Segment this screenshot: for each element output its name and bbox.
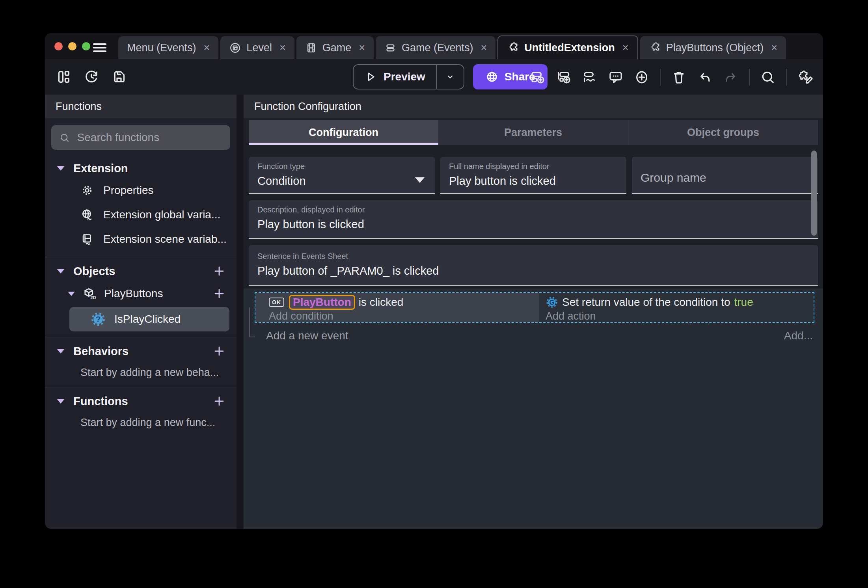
close-tab-icon[interactable]: × <box>359 42 365 54</box>
close-window-button[interactable] <box>54 42 63 50</box>
action-value: true <box>734 296 753 309</box>
tab-level[interactable]: Level × <box>220 36 294 59</box>
field-value: Play button of _PARAM0_ is clicked <box>257 264 809 277</box>
tab-label: Parameters <box>504 127 562 139</box>
sidebar-item-extension-scene-variables[interactable]: Extension scene variab... <box>45 227 237 251</box>
add-action-link[interactable]: Add action <box>546 310 814 322</box>
chevron-down-icon <box>57 166 65 171</box>
active-tab-underline <box>249 143 438 145</box>
full-name-field[interactable]: Full name displayed in editor Play butto… <box>440 157 626 194</box>
add-event-icon <box>530 69 546 85</box>
maximize-window-button[interactable] <box>82 42 90 50</box>
save-button[interactable] <box>111 69 127 85</box>
add-event-button[interactable] <box>530 69 546 85</box>
sidebar-item-label: Properties <box>103 184 154 197</box>
search-functions-box[interactable] <box>51 125 230 150</box>
globe-icon <box>485 70 499 84</box>
events-sheet: OK PlayButton is clicked Add condition <box>244 288 823 529</box>
tab-playbuttons-object[interactable]: PlayButtons (Object) × <box>640 36 786 59</box>
event-conditions-column: OK PlayButton is clicked Add condition <box>255 293 539 322</box>
behaviors-empty-hint: Start by adding a new beha... <box>45 361 237 384</box>
search-icon <box>760 69 776 85</box>
undo-icon <box>697 69 713 85</box>
add-behavior-icon[interactable] <box>213 345 225 357</box>
sidebar-title: Functions <box>45 95 237 118</box>
search-functions-input[interactable] <box>77 131 222 144</box>
preview-button[interactable]: Preview <box>353 64 464 89</box>
search-button[interactable] <box>760 69 776 85</box>
tab-label: Level <box>246 42 272 54</box>
svg-text:G: G <box>549 299 555 306</box>
tree-item-isplayclicked-selected[interactable]: ? IsPlayClicked <box>69 307 229 331</box>
close-tab-icon[interactable]: × <box>622 42 629 54</box>
section-extension[interactable]: Extension <box>45 158 237 178</box>
divider <box>45 337 237 337</box>
sidebar-item-properties[interactable]: Properties <box>45 178 237 203</box>
tab-untitled-extension[interactable]: UntitledExtension × <box>497 35 638 59</box>
tab-label: UntitledExtension <box>524 42 615 54</box>
open-project-manager-button[interactable] <box>56 69 72 85</box>
add-condition-link[interactable]: Add condition <box>269 310 539 322</box>
field-value: Play button is clicked <box>449 175 618 188</box>
tab-object-groups[interactable]: Object groups <box>628 120 818 145</box>
tab-label: Menu (Events) <box>127 42 196 54</box>
close-tab-icon[interactable]: × <box>279 42 286 54</box>
section-behaviors[interactable]: Behaviors <box>45 341 237 361</box>
button-object-icon: OK <box>269 298 284 307</box>
edit-extension-button[interactable] <box>797 69 814 86</box>
tab-configuration[interactable]: Configuration <box>249 120 438 145</box>
tab-label: Game <box>322 42 352 54</box>
history-button[interactable] <box>84 69 99 85</box>
close-tab-icon[interactable]: × <box>771 42 777 54</box>
add-comment-button[interactable] <box>608 69 624 85</box>
redo-button[interactable] <box>723 69 739 85</box>
save-icon <box>111 69 127 85</box>
add-more-link[interactable]: Add... <box>784 329 813 342</box>
scene-variable-icon <box>80 233 94 246</box>
layout-icon <box>56 69 72 85</box>
add-other-event-button[interactable] <box>582 69 598 85</box>
tab-parameters[interactable]: Parameters <box>438 120 628 145</box>
add-function-icon[interactable] <box>213 395 225 408</box>
group-name-field[interactable] <box>632 157 818 194</box>
function-type-select[interactable]: Function type Condition <box>249 157 435 194</box>
add-object-icon[interactable] <box>213 265 225 277</box>
sidebar-item-extension-global-variables[interactable]: Extension global varia... <box>45 203 237 227</box>
chevron-down-icon <box>57 399 65 404</box>
field-label: Function type <box>257 162 426 171</box>
tab-menu-events[interactable]: Menu (Events) × <box>118 36 218 59</box>
close-tab-icon[interactable]: × <box>481 42 487 54</box>
section-objects[interactable]: Objects <box>45 261 237 281</box>
vertical-scrollbar[interactable] <box>811 151 817 236</box>
description-field[interactable]: Description, displayed in editor Play bu… <box>249 200 818 239</box>
delete-button[interactable] <box>671 69 687 85</box>
add-new-event-link[interactable]: Add a new event <box>266 329 348 342</box>
preview-options-dropdown[interactable] <box>437 65 464 89</box>
tab-game[interactable]: Game × <box>296 36 374 59</box>
chevron-down-icon <box>444 71 456 83</box>
condition-object-chip[interactable]: PlayButton <box>289 295 355 310</box>
minimize-window-button[interactable] <box>68 42 76 50</box>
gear-icon <box>80 184 94 197</box>
condition-item[interactable]: OK PlayButton is clicked <box>269 294 539 310</box>
film-icon <box>305 42 317 54</box>
sentence-field[interactable]: Sentence in Events Sheet Play button of … <box>249 245 818 286</box>
condition-text: is clicked <box>359 296 404 309</box>
add-object-function-icon[interactable] <box>213 287 225 300</box>
redo-icon <box>723 69 739 85</box>
add-subevent-button[interactable] <box>556 69 572 85</box>
tab-label: Game (Events) <box>402 42 473 54</box>
add-other-event-icon <box>582 69 598 85</box>
tree-item-playbuttons[interactable]: 2D PlayButtons <box>45 281 237 306</box>
dropdown-caret-icon <box>415 177 425 183</box>
tab-game-events[interactable]: Game (Events) × <box>376 36 495 59</box>
main-menu-icon[interactable] <box>93 43 106 54</box>
action-item[interactable]: G Set return value of the condition to t… <box>546 294 814 310</box>
add-element-button[interactable] <box>634 69 650 85</box>
undo-button[interactable] <box>697 69 713 85</box>
close-tab-icon[interactable]: × <box>204 42 210 54</box>
event-row-selected[interactable]: OK PlayButton is clicked Add condition <box>255 292 814 323</box>
main-toolbar: Preview Share <box>45 59 823 95</box>
group-name-input[interactable] <box>641 171 809 184</box>
section-functions[interactable]: Functions <box>45 391 237 411</box>
